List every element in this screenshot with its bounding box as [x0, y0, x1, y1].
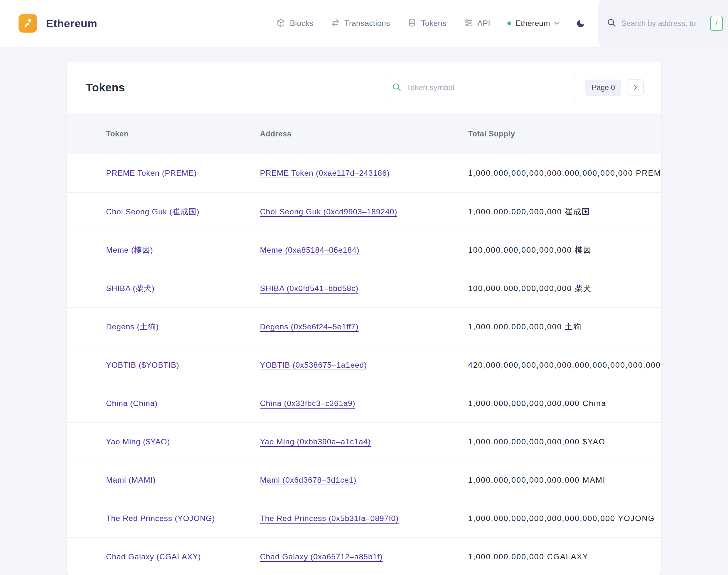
token-address-link[interactable]: Mami (0x6d3678–3d1ce1) [260, 476, 356, 484]
global-search-input[interactable] [621, 19, 705, 28]
pagination-next-button[interactable] [627, 79, 644, 96]
search-shortcut-key: / [710, 15, 723, 31]
brand[interactable]: Ethereum [19, 14, 97, 33]
navbar: Ethereum Blocks Transactions Tokens API [0, 0, 728, 47]
nav-item-transactions[interactable]: Transactions [331, 18, 390, 29]
token-address-link[interactable]: SHIBA (0x0fd541–bbd58c) [260, 284, 359, 293]
token-address-cell: Choi Seong Guk (0xcd9903–189240) [260, 207, 468, 216]
nav-item-label: Tokens [421, 19, 446, 28]
network-selector[interactable]: Ethereum [507, 19, 559, 28]
token-address-cell: Yao Ming (0xbb390a–a1c1a4) [260, 437, 468, 446]
token-address-cell: Mami (0x6d3678–3d1ce1) [260, 476, 468, 484]
token-address-cell: PREME Token (0xae117d–243186) [260, 169, 468, 178]
card-header: Tokens Page 0 [67, 62, 661, 113]
brand-name: Ethereum [46, 17, 97, 30]
nav-item-tokens[interactable]: Tokens [407, 18, 446, 29]
table-row: SHIBA (柴犬) SHIBA (0x0fd541–bbd58c) 100,0… [67, 269, 661, 307]
token-address-link[interactable]: China (0x33fbc3–c261a9) [260, 399, 355, 408]
token-name-link[interactable]: Degens (土狗) [106, 322, 260, 332]
token-symbol-search[interactable] [385, 76, 575, 99]
arrows-transfer-icon [331, 18, 340, 29]
token-address-link[interactable]: Choi Seong Guk (0xcd9903–189240) [260, 207, 397, 216]
total-supply-value: 1,000,000,000,000,000 土狗 [468, 322, 661, 332]
column-header-token: Token [106, 129, 260, 138]
token-name-link[interactable]: YOBTIB ($YOBTIB) [106, 361, 260, 370]
token-name-link[interactable]: China (China) [106, 399, 260, 408]
cube-icon [276, 18, 286, 29]
total-supply-value: 100,000,000,000,000,000 模因 [468, 245, 661, 255]
nav-item-label: Transactions [344, 19, 390, 28]
table-row: Mami (MAMI) Mami (0x6d3678–3d1ce1) 1,000… [67, 461, 661, 499]
token-name-link[interactable]: PREME Token (PREME) [106, 169, 260, 178]
column-header-address: Address [260, 129, 468, 138]
network-status-dot [507, 22, 511, 25]
total-supply-value: 100,000,000,000,000,000 柴犬 [468, 283, 661, 294]
chevron-down-icon [554, 21, 559, 26]
pagination-page-button[interactable]: Page 0 [585, 79, 621, 96]
token-symbol-input[interactable] [406, 83, 568, 92]
table-row: Chad Galaxy (CGALAXY) Chad Galaxy (0xa65… [67, 537, 661, 575]
total-supply-value: 1,000,000,000,000,000 崔成国 [468, 206, 661, 217]
total-supply-value: 1,000,000,000,000,000,000,000,000 YOJONG [468, 514, 661, 523]
global-search[interactable]: / [598, 0, 728, 47]
total-supply-value: 1,000,000,000,000,000,000 MAMI [468, 476, 661, 484]
dark-mode-toggle[interactable] [576, 19, 586, 28]
nav-item-label: Blocks [290, 19, 314, 28]
chevron-right-icon [632, 84, 639, 91]
token-name-link[interactable]: SHIBA (柴犬) [106, 283, 260, 294]
column-header-total-supply: Total Supply [468, 129, 661, 138]
token-address-link[interactable]: Chad Galaxy (0xa65712–a85b1f) [260, 552, 383, 561]
table-row: Choi Seong Guk (崔成国) Choi Seong Guk (0xc… [67, 192, 661, 231]
token-address-cell: The Red Princess (0x5b31fa–0897f0) [260, 514, 468, 523]
token-address-cell: YOBTIB (0x538675–1a1eed) [260, 361, 468, 370]
total-supply-value: 420,000,000,000,000,000,000,000,000,000,… [468, 361, 661, 370]
main-content: Tokens Page 0 Token Address Total Supply… [0, 47, 728, 575]
table-row: Degens (土狗) Degens (0x5e6f24–5e1ff7) 1,0… [67, 307, 661, 346]
nav-item-blocks[interactable]: Blocks [276, 18, 314, 29]
table-row: China (China) China (0x33fbc3–c261a9) 1,… [67, 384, 661, 422]
table-row: Yao Ming ($YAO) Yao Ming (0xbb390a–a1c1a… [67, 422, 661, 461]
token-address-cell: Chad Galaxy (0xa65712–a85b1f) [260, 552, 468, 561]
total-supply-value: 1,000,000,000,000,000,000 China [468, 399, 661, 408]
token-address-link[interactable]: PREME Token (0xae117d–243186) [260, 169, 390, 177]
app-logo-icon [19, 14, 37, 33]
nav-menu: Blocks Transactions Tokens API [276, 18, 490, 29]
token-name-link[interactable]: Choi Seong Guk (崔成国) [106, 206, 260, 217]
moon-icon [576, 19, 586, 28]
page-title: Tokens [86, 81, 125, 94]
table-header: Token Address Total Supply [67, 113, 661, 154]
token-address-cell: Degens (0x5e6f24–5e1ff7) [260, 322, 468, 331]
sliders-icon [464, 18, 473, 29]
token-name-link[interactable]: Chad Galaxy (CGALAXY) [106, 552, 260, 561]
table-row: PREME Token (PREME) PREME Token (0xae117… [67, 154, 661, 192]
token-address-link[interactable]: The Red Princess (0x5b31fa–0897f0) [260, 514, 399, 522]
token-address-cell: China (0x33fbc3–c261a9) [260, 399, 468, 408]
token-address-link[interactable]: Yao Ming (0xbb390a–a1c1a4) [260, 437, 371, 446]
token-table-body: PREME Token (PREME) PREME Token (0xae117… [67, 154, 661, 575]
token-address-cell: Meme (0xa85184–06e184) [260, 246, 468, 255]
token-name-link[interactable]: Meme (模因) [106, 245, 260, 255]
tokens-card: Tokens Page 0 Token Address Total Supply… [67, 62, 661, 575]
token-address-cell: SHIBA (0x0fd541–bbd58c) [260, 284, 468, 293]
search-icon [392, 82, 401, 93]
token-address-link[interactable]: Degens (0x5e6f24–5e1ff7) [260, 322, 359, 331]
coins-stack-icon [407, 18, 417, 29]
nav-item-label: API [477, 19, 490, 28]
table-row: Meme (模因) Meme (0xa85184–06e184) 100,000… [67, 231, 661, 269]
token-address-link[interactable]: Meme (0xa85184–06e184) [260, 246, 360, 254]
token-name-link[interactable]: The Red Princess (YOJONG) [106, 514, 260, 523]
table-row: YOBTIB ($YOBTIB) YOBTIB (0x538675–1a1eed… [67, 346, 661, 384]
total-supply-value: 1,000,000,000,000,000,000,000,000,000 PR… [468, 169, 661, 178]
token-address-link[interactable]: YOBTIB (0x538675–1a1eed) [260, 361, 367, 369]
search-icon [607, 18, 616, 29]
token-name-link[interactable]: Mami (MAMI) [106, 476, 260, 484]
total-supply-value: 1,000,000,000,000,000,000 $YAO [468, 437, 661, 446]
token-name-link[interactable]: Yao Ming ($YAO) [106, 437, 260, 446]
total-supply-value: 1,000,000,000,000 CGALAXY [468, 552, 661, 561]
nav-item-api[interactable]: API [464, 18, 490, 29]
table-row: The Red Princess (YOJONG) The Red Prince… [67, 499, 661, 537]
network-label: Ethereum [515, 19, 550, 28]
